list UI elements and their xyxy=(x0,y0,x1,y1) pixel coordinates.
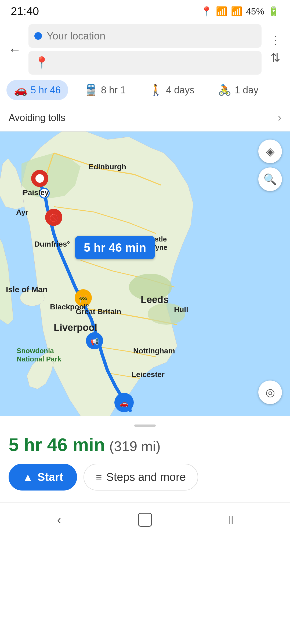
transport-bike[interactable]: 🚴 1 day xyxy=(211,80,266,100)
start-button[interactable]: ▲ Start xyxy=(9,464,77,491)
navigation-icon: ▲ xyxy=(23,471,33,483)
steps-label: Steps and more xyxy=(106,471,186,484)
steps-button[interactable]: ≡ Steps and more xyxy=(84,464,198,491)
battery-status: 45% xyxy=(246,6,264,17)
bike-icon: 🚴 xyxy=(218,84,231,96)
transport-walk[interactable]: 🚶 4 days xyxy=(142,80,202,100)
svg-point-18 xyxy=(129,274,172,301)
transport-bar: 🚗 5 hr 46 🚆 8 hr 1 🚶 4 days 🚴 1 day xyxy=(0,75,290,104)
bottom-panel: 5 hr 46 min (319 mi) ▲ Start ≡ Steps and… xyxy=(0,416,290,502)
car-icon: 🚗 xyxy=(14,84,27,96)
wifi-icon: 📶 xyxy=(216,6,227,17)
nav-recents-button[interactable]: ⦀ xyxy=(220,509,242,530)
svg-point-19 xyxy=(148,303,185,325)
map-layers-button[interactable]: ◈ xyxy=(258,140,282,163)
walk-icon: 🚶 xyxy=(149,84,163,96)
nav-back-icon: ‹ xyxy=(57,513,61,526)
more-options-button[interactable]: ⋮ xyxy=(267,32,283,48)
header-area: ← 📍 Helensburgh ⋮ ⇅ xyxy=(0,20,290,75)
my-location-icon: ◎ xyxy=(266,386,275,398)
route-distance: (319 mi) xyxy=(109,438,161,454)
to-input-row[interactable]: 📍 Helensburgh xyxy=(28,51,262,75)
map-search-button[interactable]: 🔍 xyxy=(258,167,282,191)
action-buttons: ▲ Start ≡ Steps and more xyxy=(9,464,281,491)
location-inputs: 📍 Helensburgh xyxy=(28,24,262,75)
nav-home-button[interactable] xyxy=(134,509,156,530)
svg-point-1 xyxy=(20,290,44,306)
header-row: ← 📍 Helensburgh ⋮ ⇅ xyxy=(5,24,285,75)
map-search-icon: 🔍 xyxy=(263,173,277,186)
back-arrow-icon: ← xyxy=(8,42,21,57)
svg-point-22 xyxy=(39,188,49,198)
bottom-handle xyxy=(134,425,156,427)
nav-recents-icon: ⦀ xyxy=(229,513,233,527)
map-svg: 🚫 🚧 📢 🚗 xyxy=(0,131,290,416)
layers-icon: ◈ xyxy=(266,145,274,158)
status-bar: 21:40 📍 📶 📶 45% 🔋 xyxy=(0,0,290,20)
svg-point-21 xyxy=(35,174,44,183)
avoiding-tolls-row[interactable]: Avoiding tolls › xyxy=(0,104,290,131)
train-duration: 8 hr 1 xyxy=(101,85,126,96)
train-icon: 🚆 xyxy=(84,84,98,96)
transport-car[interactable]: 🚗 5 hr 46 xyxy=(6,80,68,100)
transport-train[interactable]: 🚆 8 hr 1 xyxy=(77,80,133,100)
from-input-row[interactable] xyxy=(28,24,262,48)
swap-button[interactable]: ⇅ xyxy=(266,48,285,67)
nav-home-icon xyxy=(138,513,152,527)
svg-text:🚫: 🚫 xyxy=(49,214,59,222)
to-pin-icon: 📍 xyxy=(34,57,49,69)
status-time: 21:40 xyxy=(11,5,39,18)
bike-duration: 1 day xyxy=(235,85,258,96)
battery-icon: 🔋 xyxy=(268,6,279,17)
car-duration: 5 hr 46 xyxy=(31,85,61,96)
route-duration: 5 hr 46 min xyxy=(9,434,105,455)
from-dot-icon xyxy=(34,32,42,40)
map-location-button[interactable]: ◎ xyxy=(258,380,282,404)
bottom-nav: ‹ ⦀ xyxy=(0,502,290,540)
nav-back-button[interactable]: ‹ xyxy=(48,509,70,530)
more-dots-icon: ⋮ xyxy=(270,33,281,47)
map-duration-badge: 5 hr 46 min xyxy=(75,236,155,259)
walk-duration: 4 days xyxy=(166,85,194,96)
swap-icon: ⇅ xyxy=(270,51,280,64)
to-input[interactable]: Helensburgh xyxy=(54,57,256,69)
status-icons: 📍 📶 📶 45% 🔋 xyxy=(201,6,279,17)
svg-text:📢: 📢 xyxy=(90,337,99,346)
svg-text:🚗: 🚗 xyxy=(120,399,129,408)
from-input[interactable] xyxy=(47,30,256,42)
steps-list-icon: ≡ xyxy=(96,471,102,483)
avoiding-tolls-label: Avoiding tolls xyxy=(9,112,65,123)
back-button[interactable]: ← xyxy=(5,40,24,59)
signal-icon: 📶 xyxy=(231,6,242,17)
map-area[interactable]: 🚫 🚧 📢 🚗 Edinburgh Paisley Ayr Dumfries° … xyxy=(0,131,290,416)
svg-text:🚧: 🚧 xyxy=(79,294,88,303)
location-status-icon: 📍 xyxy=(201,6,212,17)
start-label: Start xyxy=(38,471,63,484)
avoiding-tolls-chevron: › xyxy=(278,112,281,124)
duration-line: 5 hr 46 min (319 mi) xyxy=(9,434,281,455)
